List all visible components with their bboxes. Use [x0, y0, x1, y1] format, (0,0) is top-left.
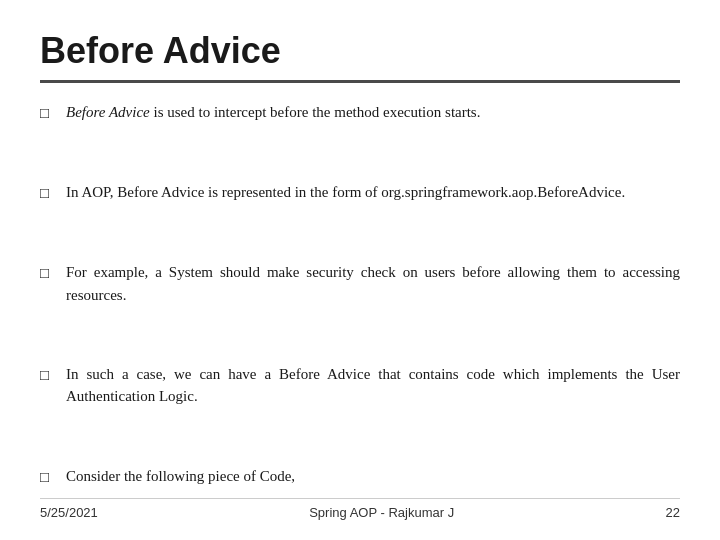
- bullet-marker-3: □: [40, 262, 56, 285]
- title-area: Before Advice: [40, 30, 680, 83]
- bullet-item-3: □ For example, a System should make secu…: [40, 261, 680, 306]
- bullet-marker-5: □: [40, 466, 56, 489]
- bullet-text-5: Consider the following piece of Code,: [66, 465, 680, 488]
- bullet-marker-2: □: [40, 182, 56, 205]
- footer-title: Spring AOP - Rajkumar J: [309, 505, 454, 520]
- bullet-item-5: □ Consider the following piece of Code,: [40, 465, 680, 489]
- bullet-text-4: In such a case, we can have a Before Adv…: [66, 363, 680, 408]
- bullet-item-4: □ In such a case, we can have a Before A…: [40, 363, 680, 408]
- footer-page: 22: [666, 505, 680, 520]
- footer: 5/25/2021 Spring AOP - Rajkumar J 22: [40, 498, 680, 520]
- bullet-marker-1: □: [40, 102, 56, 125]
- bullet-text-2: In AOP, Before Advice is represented in …: [66, 181, 680, 204]
- slide-title: Before Advice: [40, 30, 680, 72]
- bullet-marker-4: □: [40, 364, 56, 387]
- bullet-item-2: □ In AOP, Before Advice is represented i…: [40, 181, 680, 205]
- bullet-text-1: Before Advice is used to intercept befor…: [66, 101, 680, 124]
- slide: Before Advice □ Before Advice is used to…: [0, 0, 720, 540]
- bullet-item-1: □ Before Advice is used to intercept bef…: [40, 101, 680, 125]
- footer-date: 5/25/2021: [40, 505, 98, 520]
- content-area: □ Before Advice is used to intercept bef…: [40, 101, 680, 498]
- bullet-text-3: For example, a System should make securi…: [66, 261, 680, 306]
